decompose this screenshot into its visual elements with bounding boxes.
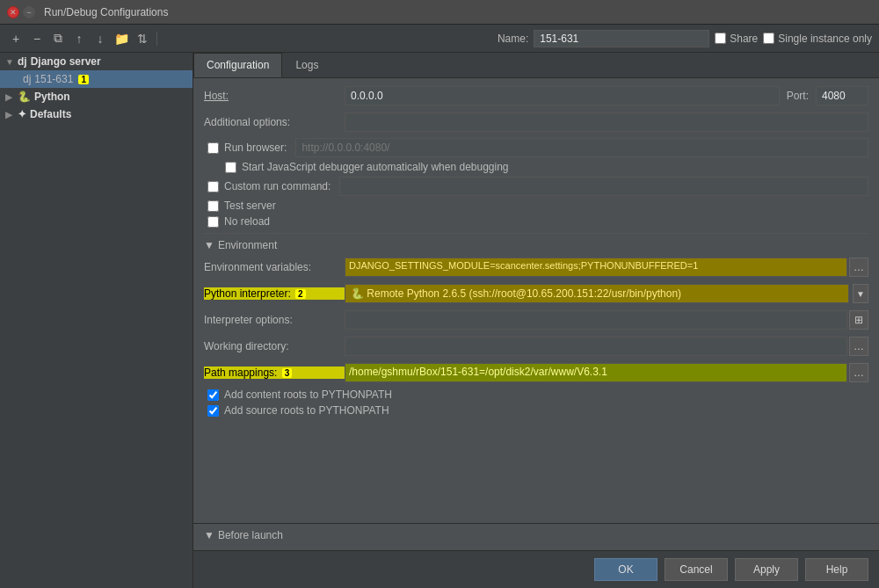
sidebar: ▼ dj Django server dj 151-631 1 ▶ 🐍 Pyth…	[0, 53, 193, 588]
python-interpreter-row: Python interpreter: 2 🐍 Remote Python 2.…	[204, 283, 868, 304]
defaults-icon: ✦	[18, 108, 26, 120]
run-browser-row: Run browser:	[204, 138, 868, 157]
folder-button[interactable]: 📁	[113, 30, 130, 47]
config-icon: dj	[23, 73, 31, 85]
before-launch-arrow: ▼	[204, 529, 214, 541]
separator	[156, 32, 157, 46]
run-browser-checkbox[interactable]	[207, 142, 219, 154]
additional-options-label: Additional options:	[204, 116, 345, 128]
before-launch-header[interactable]: ▼ Before launch	[204, 529, 868, 541]
name-input[interactable]	[534, 30, 709, 47]
sidebar-group-django[interactable]: ▼ dj Django server	[0, 53, 193, 70]
single-instance-checkbox[interactable]	[763, 33, 774, 44]
help-button[interactable]: Help	[805, 558, 868, 581]
python-interpreter-label: Python interpreter: 2	[204, 287, 345, 300]
js-debugger-label: Start JavaScript debugger automatically …	[242, 161, 509, 173]
run-browser-label: Run browser:	[224, 142, 287, 154]
add-content-roots-checkbox[interactable]	[207, 389, 219, 401]
badge-3: 3	[282, 368, 293, 378]
add-content-roots-row: Add content roots to PYTHONPATH	[204, 388, 868, 401]
single-instance-checkbox-label[interactable]: Single instance only	[763, 33, 872, 45]
window-controls[interactable]: ✕ −	[7, 6, 35, 18]
custom-run-checkbox[interactable]	[207, 181, 219, 192]
content-area: ▼ dj Django server dj 151-631 1 ▶ 🐍 Pyth…	[0, 53, 879, 588]
working-dir-input[interactable]	[345, 337, 847, 356]
env-vars-display: DJANGO_SETTINGS_MODULE=scancenter.settin…	[345, 258, 847, 277]
expand-arrow-python: ▶	[5, 92, 14, 102]
test-server-checkbox[interactable]	[207, 200, 219, 212]
interpreter-dropdown-arrow[interactable]: ▼	[853, 284, 868, 303]
host-row: Host: Port:	[204, 85, 868, 106]
python-interpreter-display: 🐍 Remote Python 2.6.5 (ssh://root@10.65.…	[345, 284, 849, 303]
badge-1: 1	[78, 75, 89, 84]
form-area: Host: Port: Additional options: Run brow…	[193, 78, 879, 523]
no-reload-row: No reload	[204, 215, 868, 228]
no-reload-label: No reload	[224, 215, 270, 228]
sort-button[interactable]: ⇅	[134, 30, 151, 47]
host-label: Host:	[204, 90, 345, 102]
ok-button[interactable]: OK	[594, 558, 657, 581]
js-debugger-checkbox[interactable]	[225, 162, 236, 173]
name-area: Name: Share Single instance only	[163, 30, 872, 47]
toolbar: + − ⧉ ↑ ↓ 📁 ⇅ Name: Share Single instanc…	[0, 25, 879, 53]
share-checkbox-label[interactable]: Share	[715, 33, 758, 45]
add-content-roots-label: Add content roots to PYTHONPATH	[224, 388, 392, 401]
apply-button[interactable]: Apply	[735, 558, 798, 581]
path-mappings-display: /home/gshmu/rBox/151-631=/opt/disk2/var/…	[345, 363, 847, 382]
env-header-label: Environment	[218, 239, 277, 251]
working-dir-browse-btn[interactable]: …	[849, 337, 868, 356]
path-mappings-edit-btn[interactable]: …	[849, 363, 868, 382]
move-down-button[interactable]: ↓	[91, 30, 109, 47]
add-source-roots-checkbox[interactable]	[207, 405, 219, 417]
before-launch-section: ▼ Before launch	[193, 523, 879, 550]
sidebar-group-python[interactable]: ▶ 🐍 Python	[0, 88, 193, 105]
minimize-button[interactable]: −	[23, 6, 35, 18]
right-panel: Configuration Logs Host: Port: Additiona…	[193, 53, 879, 588]
expand-arrow-defaults: ▶	[5, 110, 14, 120]
custom-run-input[interactable]	[339, 177, 868, 196]
custom-run-label: Custom run command:	[224, 180, 331, 192]
cancel-button[interactable]: Cancel	[665, 558, 728, 581]
environment-header[interactable]: ▼ Environment	[204, 239, 868, 251]
close-button[interactable]: ✕	[7, 6, 19, 18]
share-checkbox[interactable]	[715, 33, 726, 44]
add-source-roots-label: Add source roots to PYTHONPATH	[224, 404, 389, 417]
dialog-title: Run/Debug Configurations	[44, 6, 168, 18]
expand-arrow-django: ▼	[5, 57, 14, 67]
port-input[interactable]	[816, 86, 868, 105]
remove-button[interactable]: −	[28, 30, 46, 47]
run-browser-input[interactable]	[295, 138, 868, 157]
working-dir-row: Working directory: …	[204, 336, 868, 357]
working-dir-label: Working directory:	[204, 340, 345, 352]
env-vars-row: Environment variables: DJANGO_SETTINGS_M…	[204, 257, 868, 278]
no-reload-checkbox[interactable]	[207, 216, 219, 228]
before-launch-label: Before launch	[218, 529, 283, 541]
sidebar-item-151-631[interactable]: dj 151-631 1	[0, 70, 193, 88]
separator-1	[204, 233, 868, 234]
add-source-roots-row: Add source roots to PYTHONPATH	[204, 404, 868, 417]
path-mappings-label: Path mappings: 3	[204, 367, 345, 379]
move-up-button[interactable]: ↑	[70, 30, 88, 47]
sidebar-group-defaults[interactable]: ▶ ✦ Defaults	[0, 105, 193, 123]
additional-options-input[interactable]	[345, 113, 868, 132]
python-icon: 🐍	[18, 91, 31, 103]
bottom-bar: OK Cancel Apply Help	[193, 550, 879, 588]
interpreter-options-btn[interactable]: ⊞	[849, 310, 868, 330]
badge-2: 2	[295, 289, 306, 299]
title-bar: ✕ − Run/Debug Configurations	[0, 0, 879, 25]
additional-options-row: Additional options:	[204, 112, 868, 133]
port-label: Port:	[787, 90, 809, 102]
interpreter-options-input[interactable]	[345, 310, 847, 330]
dialog: + − ⧉ ↑ ↓ 📁 ⇅ Name: Share Single instanc…	[0, 25, 879, 588]
test-server-row: Test server	[204, 200, 868, 212]
host-input[interactable]	[345, 86, 780, 105]
add-button[interactable]: +	[7, 30, 25, 47]
test-server-label: Test server	[224, 200, 276, 212]
tab-configuration[interactable]: Configuration	[193, 53, 282, 77]
tab-logs[interactable]: Logs	[282, 53, 331, 77]
path-mappings-row: Path mappings: 3 /home/gshmu/rBox/151-63…	[204, 362, 868, 383]
tabs: Configuration Logs	[193, 53, 879, 78]
env-vars-edit-button[interactable]: …	[849, 258, 868, 277]
copy-button[interactable]: ⧉	[49, 30, 67, 47]
name-label: Name:	[498, 33, 528, 45]
